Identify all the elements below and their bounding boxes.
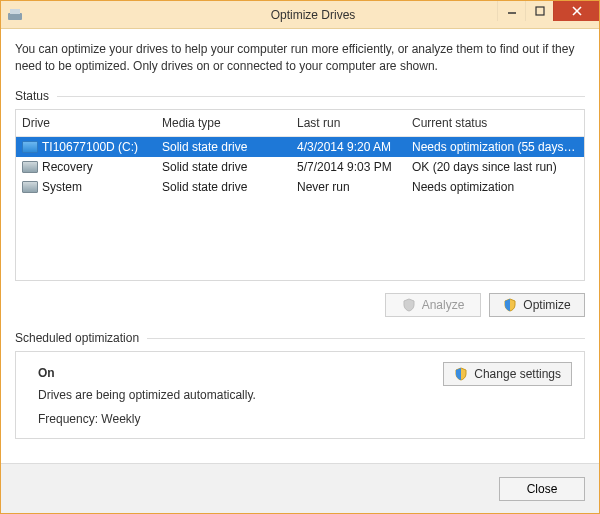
scheduled-freq: Frequency: Weekly xyxy=(38,412,431,426)
drive-lastrun: Never run xyxy=(297,180,412,194)
col-drive[interactable]: Drive xyxy=(22,114,162,132)
drive-lastrun: 5/7/2014 9:03 PM xyxy=(297,160,412,174)
drive-name: TI10677100D (C:) xyxy=(42,140,138,154)
action-buttons: Analyze Optimize xyxy=(15,293,585,317)
content-area: You can optimize your drives to help you… xyxy=(1,29,599,463)
drive-media: Solid state drive xyxy=(162,160,297,174)
optimize-drives-window: Optimize Drives You can optimize your dr… xyxy=(0,0,600,514)
drive-list[interactable]: Drive Media type Last run Current status… xyxy=(15,109,585,281)
analyze-button[interactable]: Analyze xyxy=(385,293,481,317)
status-label: Status xyxy=(15,89,49,103)
drive-status: OK (20 days since last run) xyxy=(412,160,578,174)
change-settings-button[interactable]: Change settings xyxy=(443,362,572,386)
close-window-button[interactable] xyxy=(553,1,599,21)
close-button[interactable]: Close xyxy=(499,477,585,501)
col-status[interactable]: Current status xyxy=(412,114,578,132)
table-row[interactable]: TI10677100D (C:)Solid state drive4/3/201… xyxy=(16,137,584,157)
intro-text: You can optimize your drives to help you… xyxy=(15,41,585,75)
status-section-header: Status xyxy=(15,89,585,105)
shield-icon xyxy=(454,367,468,381)
column-headers[interactable]: Drive Media type Last run Current status xyxy=(16,110,584,137)
scheduled-info: On Drives are being optimized automatica… xyxy=(28,362,431,426)
col-media[interactable]: Media type xyxy=(162,114,297,132)
bottom-bar: Close xyxy=(1,463,599,513)
titlebar[interactable]: Optimize Drives xyxy=(1,1,599,29)
col-last[interactable]: Last run xyxy=(297,114,412,132)
analyze-label: Analyze xyxy=(422,298,465,312)
svg-rect-0 xyxy=(8,13,22,20)
drive-status: Needs optimization xyxy=(412,180,578,194)
drive-name: System xyxy=(42,180,82,194)
table-row[interactable]: SystemSolid state driveNever runNeeds op… xyxy=(16,177,584,197)
minimize-button[interactable] xyxy=(497,1,525,21)
optimize-button[interactable]: Optimize xyxy=(489,293,585,317)
drive-media: Solid state drive xyxy=(162,140,297,154)
scheduled-state: On xyxy=(38,366,431,380)
app-icon xyxy=(7,7,23,23)
scheduled-section-header: Scheduled optimization xyxy=(15,331,585,347)
drive-icon xyxy=(22,161,38,173)
shield-icon xyxy=(503,298,517,312)
optimize-label: Optimize xyxy=(523,298,570,312)
scheduled-label: Scheduled optimization xyxy=(15,331,139,345)
maximize-button[interactable] xyxy=(525,1,553,21)
drive-icon xyxy=(22,181,38,193)
drive-name: Recovery xyxy=(42,160,93,174)
scheduled-desc: Drives are being optimized automatically… xyxy=(38,388,431,402)
scheduled-box: On Drives are being optimized automatica… xyxy=(15,351,585,439)
drive-lastrun: 4/3/2014 9:20 AM xyxy=(297,140,412,154)
drive-rows: TI10677100D (C:)Solid state drive4/3/201… xyxy=(16,137,584,197)
drive-icon xyxy=(22,141,38,153)
change-settings-label: Change settings xyxy=(474,367,561,381)
window-controls xyxy=(497,1,599,21)
table-row[interactable]: RecoverySolid state drive5/7/2014 9:03 P… xyxy=(16,157,584,177)
svg-rect-3 xyxy=(536,7,544,15)
svg-rect-1 xyxy=(10,9,20,14)
drive-media: Solid state drive xyxy=(162,180,297,194)
drive-status: Needs optimization (55 days since last r… xyxy=(412,140,578,154)
shield-icon xyxy=(402,298,416,312)
